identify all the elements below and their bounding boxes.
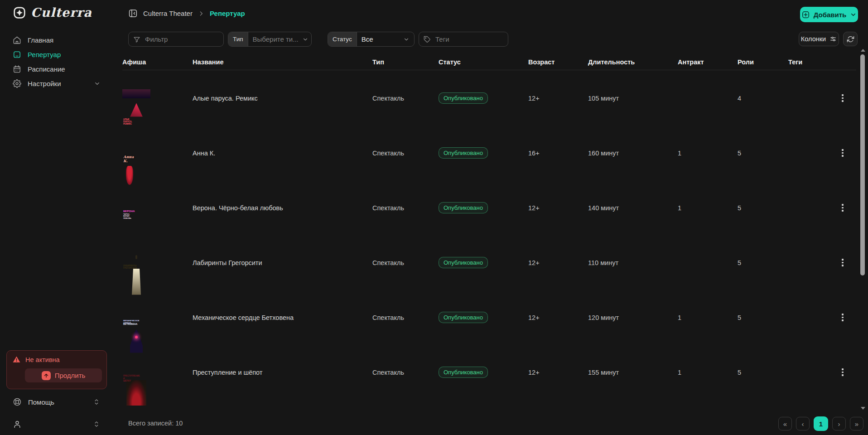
sliders-icon: [829, 35, 837, 43]
logo-text: Culterra: [31, 5, 92, 19]
status-select-value: Все: [362, 35, 373, 43]
row-age: 12+: [528, 369, 588, 376]
row-type: Спектакль: [372, 95, 439, 102]
prev-page-button[interactable]: ‹: [796, 417, 810, 430]
page-1-button[interactable]: 1: [814, 416, 828, 431]
breadcrumb-parent[interactable]: Culterra Theater: [143, 10, 193, 17]
column-header[interactable]: Название: [193, 58, 372, 66]
sidebar-item-home[interactable]: Главная: [0, 33, 113, 47]
row-type: Спектакль: [372, 369, 439, 376]
row-age: 12+: [528, 314, 588, 321]
sidebar-item-repertoire[interactable]: Репертуар: [0, 47, 113, 62]
status-badge: Опубликовано: [439, 312, 488, 323]
chevron-down-icon: [850, 11, 857, 18]
sidebar-nav: Главная Репертуар: [0, 33, 113, 91]
status-select[interactable]: Статус Все: [328, 32, 415, 47]
table-row[interactable]: ЛАБИРИНТЫ ГРЕГОРСИТИ Лабиринты Грегорсит…: [122, 235, 856, 290]
refresh-icon: [847, 35, 854, 43]
status-badge: Опубликовано: [439, 367, 488, 378]
license-warning-card: Не активна Продлить: [6, 350, 107, 389]
row-type: Спектакль: [372, 204, 439, 212]
column-header[interactable]: Антракт: [678, 58, 738, 66]
row-intermission: 1: [678, 150, 738, 157]
help-menu[interactable]: Помощь: [0, 396, 113, 408]
license-status-text: Не активна: [25, 356, 60, 363]
add-button[interactable]: Добавить: [800, 7, 858, 22]
row-roles: 5: [738, 314, 788, 321]
table-row[interactable]: МЕХАНИЧЕСКОЕ СЕРДЦЕ БЕТХОВЕНА Механическ…: [122, 290, 856, 345]
sidebar-item-schedule[interactable]: Расписание: [0, 62, 113, 76]
last-page-button[interactable]: »: [850, 417, 863, 430]
column-header[interactable]: Роли: [738, 58, 788, 66]
row-menu-button[interactable]: [836, 311, 849, 324]
chevron-down-icon: [403, 36, 410, 43]
row-age: 12+: [528, 95, 588, 102]
first-page-button[interactable]: «: [778, 417, 792, 430]
status-badge: Опубликовано: [439, 92, 488, 104]
row-menu-button[interactable]: [836, 202, 849, 214]
column-header[interactable]: Теги: [788, 58, 829, 66]
type-select[interactable]: Тип Выберите ти...: [228, 32, 312, 47]
pagination: « ‹ 1 › »: [778, 416, 863, 431]
vertical-scrollbar[interactable]: [859, 48, 866, 411]
filter-input-wrap: [128, 32, 224, 47]
columns-button-label: Колонки: [801, 35, 826, 43]
user-menu[interactable]: [0, 418, 113, 430]
row-menu-button[interactable]: [836, 147, 849, 160]
tags-input[interactable]: [434, 35, 503, 44]
logo-icon: [13, 6, 26, 19]
row-roles: 5: [738, 150, 788, 157]
refresh-button[interactable]: [843, 32, 858, 46]
type-select-label: Тип: [228, 32, 248, 46]
row-duration: 110 минут: [588, 259, 678, 266]
type-select-placeholder: Выберите ти...: [253, 35, 299, 43]
renew-button-label: Продлить: [55, 372, 86, 379]
next-page-button[interactable]: ›: [832, 417, 846, 430]
scrollbar-thumb[interactable]: [860, 54, 865, 276]
row-menu-button[interactable]: [836, 366, 849, 379]
scroll-up-arrow[interactable]: [861, 49, 865, 52]
row-roles: 4: [738, 95, 788, 102]
row-roles: 5: [738, 204, 788, 212]
scroll-down-arrow[interactable]: [861, 407, 865, 410]
app-window: Culterra Главная Реп: [0, 0, 868, 435]
column-header[interactable]: Тип: [372, 58, 439, 66]
sidebar: Culterra Главная Реп: [0, 0, 113, 435]
logo: Culterra: [13, 5, 92, 19]
chevron-down-icon: [302, 36, 309, 43]
lifebuoy-icon: [13, 397, 22, 406]
row-menu-button[interactable]: [836, 256, 849, 269]
chevrons-up-down-icon: [93, 398, 100, 406]
total-records: Всего записей: 10: [128, 420, 183, 427]
column-header[interactable]: Афиша: [122, 58, 193, 66]
table-header: Афиша Название Тип Статус Возраст Длител…: [122, 54, 856, 70]
row-duration: 120 минут: [588, 314, 678, 321]
plus-square-icon: [801, 10, 810, 19]
row-duration: 155 минут: [588, 369, 678, 376]
row-title: Алые паруса. Ремикс: [193, 95, 372, 102]
column-header[interactable]: Возраст: [528, 58, 588, 66]
renew-button[interactable]: Продлить: [25, 368, 102, 382]
user-icon: [13, 420, 22, 429]
table-row[interactable]: АЛЫЕ ПАРУСА. РЕМИКС Алые паруса. Ремикс …: [122, 71, 856, 126]
tag-icon: [424, 36, 431, 43]
columns-button[interactable]: Колонки: [799, 32, 839, 46]
gear-icon: [13, 79, 21, 88]
status-badge: Опубликовано: [439, 202, 488, 213]
collapse-sidebar-icon[interactable]: [128, 9, 138, 18]
sidebar-item-settings[interactable]: Настройки: [0, 76, 113, 91]
repertoire-icon: [13, 50, 21, 59]
row-duration: 140 минут: [588, 204, 678, 212]
row-menu-button[interactable]: [836, 92, 849, 105]
row-title: Лабиринты Грегорсити: [193, 259, 372, 266]
column-header[interactable]: Статус: [439, 58, 528, 66]
breadcrumb-current: Репертуар: [210, 10, 245, 17]
add-button-label: Добавить: [814, 11, 847, 19]
row-type: Спектакль: [372, 314, 439, 321]
table-row[interactable]: ПРЕСТУПЛЕНИЕ И ШЁПОТ Преступление и шёпо…: [122, 345, 856, 400]
table-row[interactable]: Анна К. Анна К. Спектакль Опубликовано 1…: [122, 126, 856, 180]
table-row[interactable]: ВЕРОНА ЧЁРНО-БЕЛАЯ ЛЮБОВЬ Верона. Чёрно-…: [122, 180, 856, 235]
row-duration: 160 минут: [588, 150, 678, 157]
filter-input[interactable]: [144, 35, 219, 44]
column-header[interactable]: Длительность: [588, 58, 678, 66]
